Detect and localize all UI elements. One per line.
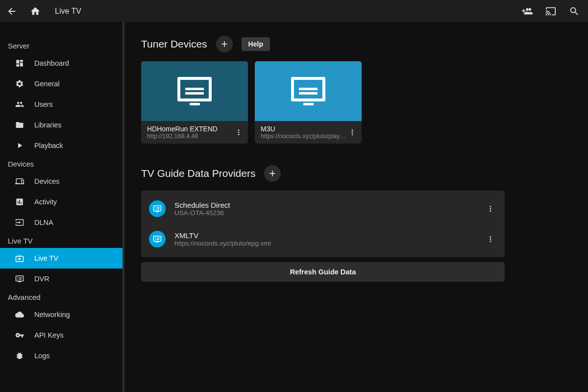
sidebar-item-label: Devices [34,177,60,185]
sidebar-item-label: Live TV [34,254,58,262]
sidebar-item-activity[interactable]: Activity [0,192,122,212]
plus-icon [220,39,229,49]
sidebar-item-devices[interactable]: Devices [0,171,122,192]
cast-icon [545,6,556,17]
provider-subtitle: USA-OTA-45236 [174,209,475,217]
provider-subtitle: https://nocords.xyz/pluto/epg.xml [174,240,475,247]
more-vert-icon [486,204,495,213]
devices-icon [15,176,24,186]
provider-name: XMLTV [174,231,475,240]
refresh-guide-button[interactable]: Refresh Guide Data [141,262,505,282]
bug-icon [15,351,24,361]
tuner-card[interactable]: HDHomeRun EXTEND http://192.168.4.48 [141,61,248,144]
sidebar-item-label: Libraries [34,121,62,129]
tuner-more-button[interactable] [346,126,359,139]
provider-row[interactable]: XMLTV https://nocords.xyz/pluto/epg.xml [141,224,505,254]
more-vert-icon [234,128,243,137]
provider-more-button[interactable] [484,233,497,245]
dashboard-icon [15,58,24,68]
back-button[interactable] [5,4,19,18]
sidebar-item-label: Dashboard [34,59,69,67]
livetv-icon [15,253,24,263]
sidebar-item-dashboard[interactable]: Dashboard [0,53,122,74]
assessment-icon [15,197,24,207]
sidebar-item-apikeys[interactable]: API Keys [0,325,122,345]
provider-badge [149,231,166,247]
more-vert-icon [486,235,495,244]
sidebar-section-advanced: Advanced [0,289,122,304]
home-button[interactable] [28,4,42,18]
plus-icon [268,169,277,178]
main-content: Tuner Devices Help HDHomeRun EXTEND http… [124,22,588,392]
sidebar-item-label: General [34,80,60,88]
providers-list: Schedules Direct USA-OTA-45236 XMLTV htt… [141,191,505,257]
sidebar-item-general[interactable]: General [0,74,122,94]
sidebar-item-networking[interactable]: Networking [0,304,122,325]
search-icon [569,6,580,17]
sidebar-item-playback[interactable]: Playback [0,135,122,156]
sidebar-item-dlna[interactable]: DLNA [0,212,122,233]
sidebar-item-label: Playback [34,142,63,149]
tuner-thumbnail [141,61,248,121]
home-icon [30,6,41,17]
app-header: Live TV [0,0,588,22]
input-icon [15,218,24,227]
play-icon [15,141,24,150]
tuner-subtitle: http://192.168.4.48 [147,133,232,140]
providers-title: TV Guide Data Providers [141,168,255,179]
tv-list-icon [291,77,325,105]
add-tuner-button[interactable] [216,36,233,52]
dvr-icon [153,235,162,244]
gear-icon [15,79,24,89]
sidebar-item-label: API Keys [34,331,64,339]
cloud-icon [15,310,24,319]
sidebar-item-users[interactable]: Users [0,94,122,115]
group-add-icon [522,6,533,17]
sidebar-item-label: DLNA [34,219,53,226]
sidebar-item-label: Logs [34,352,49,360]
sidebar-item-label: Activity [34,198,57,206]
sidebar-item-label: DVR [34,275,49,283]
tuner-help-button[interactable]: Help [242,37,270,51]
tuner-devices-title: Tuner Devices [141,38,207,50]
sidebar-item-logs[interactable]: Logs [0,345,122,366]
search-button[interactable] [567,4,581,18]
sidebar-section-server: Server [0,38,122,53]
manage-users-button[interactable] [520,4,534,18]
sidebar-item-label: Networking [34,311,70,318]
more-vert-icon [348,128,357,137]
sidebar-item-libraries[interactable]: Libraries [0,115,122,135]
tuner-thumbnail [255,61,362,121]
tuner-name: HDHomeRun EXTEND [147,125,232,133]
tuner-card[interactable]: M3U https://nocords.xyz/pluto/playlist… [255,61,362,144]
tv-list-icon [177,77,212,105]
provider-row[interactable]: Schedules Direct USA-OTA-45236 [141,194,505,224]
provider-name: Schedules Direct [174,201,475,209]
cast-button[interactable] [544,4,558,18]
people-icon [15,99,24,109]
folder-icon [15,120,24,130]
sidebar: Server Dashboard General Users Libraries… [0,22,124,392]
provider-more-button[interactable] [484,202,497,215]
page-title: Live TV [55,7,81,16]
dvr-icon [153,204,162,213]
sidebar-section-devices: Devices [0,156,122,171]
tuner-name: M3U [261,125,346,133]
key-icon [15,330,24,340]
dvr-icon [15,274,24,284]
sidebar-item-dvr[interactable]: DVR [0,269,122,289]
sidebar-item-label: Users [34,100,53,108]
sidebar-item-livetv[interactable]: Live TV [0,248,122,269]
sidebar-section-livetv: Live TV [0,233,122,248]
tuner-more-button[interactable] [232,126,245,139]
tuner-subtitle: https://nocords.xyz/pluto/playlist… [261,133,346,140]
provider-badge [149,200,166,217]
arrow-left-icon [6,6,17,17]
add-provider-button[interactable] [264,165,281,182]
